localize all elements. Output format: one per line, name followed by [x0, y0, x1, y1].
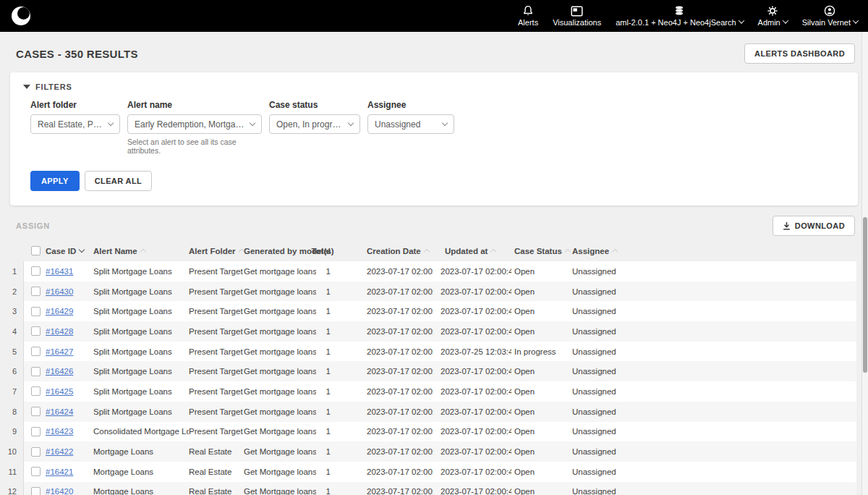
- total-cell: 1: [316, 321, 335, 342]
- vertical-scrollbar-track[interactable]: [861, 32, 868, 495]
- creation-date-cell: 2023-07-17 02:00:40: [335, 462, 433, 482]
- sort-inactive-icon: [140, 249, 145, 255]
- nav-item-alerts[interactable]: Alerts: [518, 5, 538, 27]
- alert-folder-cell: Present Target: [189, 261, 244, 282]
- column-header-case-status[interactable]: Case Status: [511, 243, 569, 261]
- table-body: 1#16431Split Mortgage LoansPresent Targe…: [0, 261, 868, 495]
- case-id-link[interactable]: #16429: [46, 307, 73, 316]
- column-header-total[interactable]: Total: [316, 243, 335, 261]
- alert-folder-cell: Present Target: [189, 301, 244, 321]
- vertical-scrollbar-thumb[interactable]: [863, 217, 867, 373]
- download-button[interactable]: DOWNLOAD: [773, 216, 855, 236]
- case-id-cell: #16427: [46, 342, 93, 362]
- nav-item-label: aml-2.0.1 + Neo4J + Neo4jSearch: [616, 18, 736, 27]
- row-checkbox-cell: [24, 342, 46, 362]
- alert-folder-select[interactable]: Real Estate, Present T...: [30, 114, 120, 134]
- column-header-alert-name[interactable]: Alert Name: [93, 243, 189, 261]
- case-id-link[interactable]: #16430: [46, 287, 73, 296]
- linkurious-logo-icon[interactable]: [12, 7, 30, 25]
- case-id-link[interactable]: #16424: [46, 407, 73, 416]
- row-checkbox[interactable]: [31, 427, 41, 436]
- case-id-link[interactable]: #16422: [46, 447, 73, 456]
- alert-folder-cell: Present Target: [189, 342, 244, 362]
- model-cell: Get Mortgage loans: [244, 482, 316, 495]
- alerts-dashboard-button[interactable]: ALERTS DASHBOARD: [744, 43, 855, 64]
- sort-inactive-icon: [490, 249, 496, 255]
- row-number: 7: [0, 381, 24, 402]
- column-header-creation-date[interactable]: Creation Date: [335, 243, 433, 261]
- row-checkbox[interactable]: [31, 347, 41, 356]
- chevron-down-icon: [250, 120, 255, 126]
- row-number: 5: [0, 342, 24, 362]
- filter-field-assignee: AssigneeUnassigned: [367, 100, 454, 134]
- creation-date-cell: 2023-07-17 02:00:43: [335, 261, 433, 282]
- row-checkbox[interactable]: [31, 467, 41, 476]
- clear-all-button[interactable]: CLEAR ALL: [85, 171, 153, 191]
- alert-name-cell: Split Mortgage Loans: [93, 301, 189, 321]
- row-checkbox[interactable]: [31, 367, 41, 376]
- assignee-cell: Unassigned: [569, 441, 856, 462]
- table-row: 5#16427Split Mortgage LoansPresent Targe…: [0, 342, 856, 362]
- case-id-link[interactable]: #16421: [46, 468, 73, 476]
- case-status-select[interactable]: Open, In progress: [269, 114, 360, 134]
- assignee-select[interactable]: Unassigned: [367, 114, 454, 134]
- column-header-case-id[interactable]: Case ID: [46, 243, 93, 261]
- model-cell: Get mortgage loans: [244, 381, 316, 402]
- filters-collapse-toggle[interactable]: FILTERS: [23, 82, 845, 91]
- row-number: 11: [0, 462, 24, 482]
- nav-item-user[interactable]: Silvain Vernet: [802, 5, 858, 27]
- case-id-link[interactable]: #16420: [46, 487, 73, 495]
- total-cell: 1: [316, 381, 335, 402]
- bell-icon: [522, 5, 534, 18]
- nav-item-datasource[interactable]: aml-2.0.1 + Neo4J + Neo4jSearch: [616, 5, 743, 27]
- case-id-link[interactable]: #16431: [46, 267, 73, 276]
- chevron-down-icon: [782, 17, 788, 23]
- case-id-link[interactable]: #16426: [46, 367, 73, 376]
- alert-folder-cell: Present Target: [189, 282, 244, 302]
- case-id-link[interactable]: #16428: [46, 327, 73, 336]
- chevron-down-icon: [853, 17, 859, 23]
- page-title: CASES - 350 RESULTS: [16, 48, 138, 60]
- total-cell: 1: [316, 441, 335, 462]
- table-toolbar: ASSIGN DOWNLOAD: [0, 206, 868, 243]
- row-checkbox[interactable]: [31, 307, 41, 316]
- updated-at-cell: 2023-07-17 02:00:45: [433, 282, 511, 302]
- filter-selected-value: Unassigned: [375, 119, 420, 130]
- filters-fields: Alert folderReal Estate, Present T...Ale…: [30, 100, 845, 155]
- creation-date-cell: 2023-07-17 02:00:40: [335, 482, 433, 495]
- case-id-link[interactable]: #16425: [46, 387, 73, 396]
- case-status-cell: Open: [511, 321, 569, 342]
- page-header: CASES - 350 RESULTS ALERTS DASHBOARD: [0, 32, 868, 72]
- case-id-link[interactable]: #16427: [46, 347, 73, 356]
- apply-button[interactable]: APPLY: [30, 171, 80, 191]
- row-checkbox[interactable]: [31, 407, 41, 416]
- filter-label: Alert folder: [30, 100, 120, 110]
- row-checkbox[interactable]: [31, 326, 41, 336]
- case-id-cell: #16420: [46, 482, 93, 495]
- creation-date-cell: 2023-07-17 02:00:43: [335, 301, 433, 321]
- row-checkbox[interactable]: [31, 386, 41, 396]
- case-id-link[interactable]: #16423: [46, 427, 73, 436]
- case-id-cell: #16422: [46, 441, 93, 462]
- nav-item-label: Silvain Vernet: [802, 18, 851, 27]
- column-header-alert-folder[interactable]: Alert Folder: [189, 243, 244, 261]
- creation-date-cell: 2023-07-17 02:00:43: [335, 381, 433, 402]
- alert-name-cell: Mortgage Loans: [93, 462, 189, 482]
- column-header-updated-at[interactable]: Updated at: [433, 243, 511, 261]
- alert-name-select[interactable]: Early Redemption, Mortgages in Miami...+…: [127, 114, 262, 134]
- total-cell: 1: [316, 342, 335, 362]
- alerts-dashboard-label: ALERTS DASHBOARD: [754, 49, 845, 58]
- assign-button-disabled[interactable]: ASSIGN: [16, 221, 50, 230]
- column-header-generated-by-model-s-[interactable]: Generated by model(s): [244, 243, 316, 261]
- row-checkbox[interactable]: [31, 447, 41, 457]
- column-header-assignee[interactable]: Assignee: [569, 243, 856, 261]
- nav-item-admin[interactable]: Admin: [758, 5, 788, 27]
- select-all-checkbox[interactable]: [31, 246, 41, 255]
- assignee-cell: Unassigned: [569, 342, 856, 362]
- sort-desc-icon: [79, 247, 85, 253]
- row-checkbox[interactable]: [31, 287, 41, 296]
- nav-item-visualizations[interactable]: Visualizations: [553, 6, 601, 27]
- case-status-cell: Open: [511, 381, 569, 402]
- row-checkbox[interactable]: [31, 487, 41, 495]
- row-checkbox[interactable]: [31, 266, 41, 276]
